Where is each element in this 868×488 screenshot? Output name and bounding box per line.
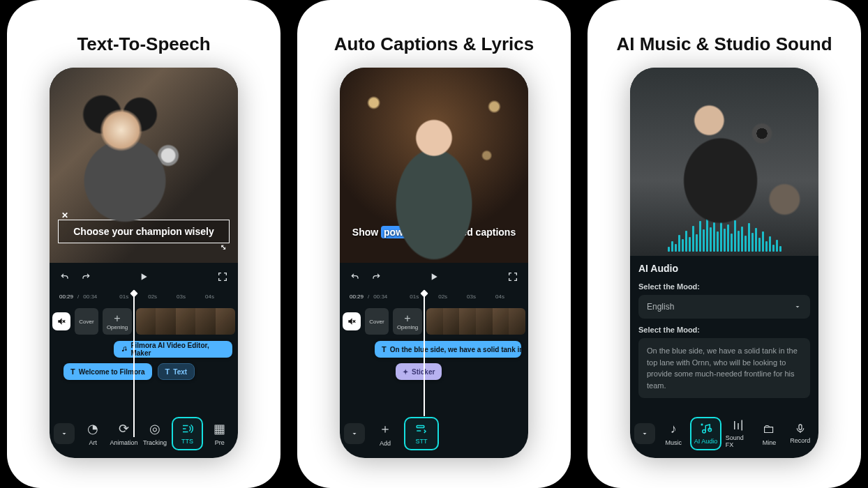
panel-title: AI Music & Studio Sound <box>602 33 846 55</box>
ai-text-input[interactable]: On the blue side, we have a solid tank i… <box>638 338 810 398</box>
text-chip-welcome[interactable]: T Welcome to Filmora <box>63 363 152 380</box>
toolbar-dropdown[interactable] <box>634 423 655 444</box>
svg-point-3 <box>125 349 126 351</box>
tool-pre[interactable]: ▦ Pre <box>206 417 234 450</box>
panel-tts: Text-To-Speech ✕ Choose your champion wi… <box>7 0 280 488</box>
toolbar-dropdown[interactable] <box>54 423 75 444</box>
text-icon: T <box>382 345 387 353</box>
phone-mock: Show powerful animated captions 00:29 / … <box>340 68 528 458</box>
fullscreen-icon[interactable] <box>217 271 228 282</box>
tool-tracking[interactable]: ◎ Tracking <box>141 417 169 450</box>
panel-ai-music: AI Music & Studio Sound AI Audio Select … <box>588 0 861 488</box>
time-current: 00:29 <box>59 293 73 300</box>
timeline[interactable]: Cover +Opening Filmora AI Video Editor, … <box>50 302 238 380</box>
preview-area[interactable]: ✕ Choose your champion wisely ⤡ <box>50 68 238 263</box>
bottom-toolbar: ◔ Art ⟳ Animation ◎ Tracking TTS ▦ Pre <box>50 415 238 458</box>
segment-cover[interactable]: Cover <box>365 308 389 335</box>
resize-icon[interactable]: ⤡ <box>220 243 226 251</box>
ai-audio-panel: AI Audio Select the Mood: English Select… <box>630 256 818 398</box>
chevron-down-icon <box>793 303 802 311</box>
phone-mock: ✕ Choose your champion wisely ⤡ 00:29 <box>50 68 238 458</box>
mood-label-2: Select the Mood: <box>638 326 810 334</box>
tool-art[interactable]: ◔ Art <box>79 417 107 450</box>
text-icon: T <box>165 367 170 376</box>
caption-highlight: powerful <box>381 226 427 238</box>
ai-audio-icon <box>700 422 712 435</box>
timeline[interactable]: Cover +Opening T On the blue side, we ha… <box>340 302 528 380</box>
stt-icon <box>415 422 428 435</box>
mute-button[interactable] <box>343 312 361 330</box>
toolbar-dropdown[interactable] <box>344 423 365 444</box>
tool-ai-audio[interactable]: AI Audio <box>690 417 721 450</box>
text-icon: T <box>70 367 75 376</box>
grid-icon: ▦ <box>214 421 225 436</box>
tool-music[interactable]: ♪ Music <box>659 417 687 450</box>
undo-icon[interactable] <box>350 271 361 282</box>
clip-thumbnails[interactable] <box>136 308 235 335</box>
folder-icon: 🗀 <box>763 422 775 436</box>
panel-title: Text-To-Speech <box>63 33 224 55</box>
animation-icon: ⟳ <box>119 421 129 436</box>
preview-area[interactable]: Show powerful animated captions <box>340 68 528 263</box>
redo-icon[interactable] <box>371 271 382 282</box>
bottom-toolbar: ♪ Music AI Audio Sound FX 🗀 Mine <box>630 415 818 458</box>
playhead[interactable] <box>133 293 135 437</box>
sticker-icon: ✦ <box>403 368 408 376</box>
redo-icon[interactable] <box>80 271 91 282</box>
plus-icon: ＋ <box>379 420 391 437</box>
time-ruler: 00:29 / 00:34 01s 02s 03s 04s <box>50 291 238 302</box>
tool-soundfx[interactable]: Sound FX <box>724 417 752 450</box>
phone-mock: AI Audio Select the Mood: English Select… <box>630 68 818 458</box>
time-total: 00:34 <box>83 293 97 300</box>
panel-title: Auto Captions & Lyrics <box>320 33 548 55</box>
ai-audio-title: AI Audio <box>638 263 810 274</box>
segment-cover[interactable]: Cover <box>75 308 98 335</box>
tool-tts[interactable]: TTS <box>172 417 202 450</box>
segment-opening[interactable]: +Opening <box>103 308 132 335</box>
svg-rect-9 <box>799 425 802 429</box>
mood-select[interactable]: English <box>638 295 810 319</box>
plus-icon: + <box>114 313 120 324</box>
caption-overlay[interactable]: Show powerful animated captions <box>340 227 528 238</box>
tts-icon <box>181 422 193 435</box>
equalizer-icon <box>732 419 744 432</box>
preview-area[interactable] <box>630 68 818 256</box>
fullscreen-icon[interactable] <box>507 271 518 282</box>
caption-chip[interactable]: T On the blue side, we have a solid tank… <box>375 341 521 358</box>
target-icon: ◎ <box>149 421 160 436</box>
tool-stt[interactable]: STT <box>404 417 439 450</box>
play-icon[interactable] <box>428 271 440 282</box>
mood-label: Select the Mood: <box>638 282 810 291</box>
playback-bar <box>340 263 528 291</box>
tool-mine[interactable]: 🗀 Mine <box>755 417 783 450</box>
time-ruler: 00:29 / 00:34 01s 02s 03s 04s <box>340 291 528 302</box>
palette-icon: ◔ <box>87 421 98 436</box>
mute-button[interactable] <box>52 312 70 330</box>
clip-thumbnails[interactable] <box>426 308 525 335</box>
bottom-toolbar: ＋ Add STT <box>340 415 528 458</box>
text-overlay[interactable]: ✕ Choose your champion wisely ⤡ <box>58 220 230 243</box>
audio-chip[interactable]: Filmora AI Video Editor, Maker <box>114 341 232 358</box>
waveform <box>636 217 813 252</box>
svg-rect-6 <box>417 426 424 428</box>
close-icon[interactable]: ✕ <box>61 211 68 220</box>
mic-icon <box>795 423 806 434</box>
segment-opening[interactable]: +Opening <box>393 308 422 335</box>
playback-bar <box>50 263 238 291</box>
text-chip[interactable]: T Text <box>158 363 195 380</box>
overlay-text: Choose your champion wisely <box>73 226 214 237</box>
undo-icon[interactable] <box>59 271 70 282</box>
sticker-chip[interactable]: ✦ Sticker <box>396 363 442 380</box>
tool-record[interactable]: Record <box>786 417 814 450</box>
tool-add[interactable]: ＋ Add <box>369 417 401 450</box>
panel-captions: Auto Captions & Lyrics Show powerful ani… <box>297 0 571 488</box>
play-icon[interactable] <box>138 271 149 282</box>
plus-icon: + <box>404 313 410 324</box>
playhead[interactable] <box>424 293 425 416</box>
music-icon: ♪ <box>671 422 677 436</box>
